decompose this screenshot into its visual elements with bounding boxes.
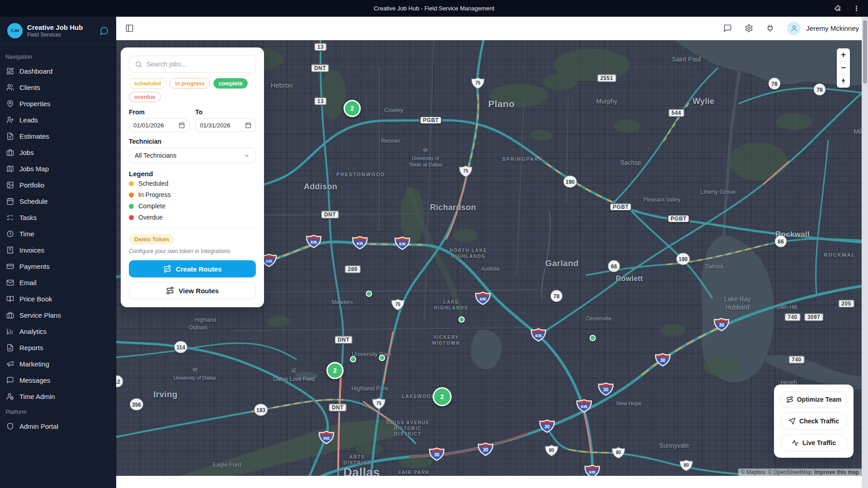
from-date-input[interactable]: 01/01/2026 (129, 118, 189, 132)
route-icon (786, 396, 793, 403)
sidebar-item-label: Invoices (19, 246, 44, 254)
improve-map-link[interactable]: Improve this map (814, 469, 859, 475)
sidebar-item-estimates[interactable]: Estimates (0, 128, 116, 144)
image-icon (6, 181, 14, 189)
legend-label: Complete (138, 202, 165, 210)
to-date-input[interactable]: 01/31/2026 (195, 118, 256, 132)
job-marker-complete[interactable] (590, 335, 596, 341)
job-cluster-marker[interactable]: 2 (326, 362, 344, 379)
zoom-in-button[interactable]: + (837, 48, 850, 61)
shield-icon (6, 422, 14, 430)
brand-subtitle: Field Services (27, 32, 83, 38)
settings-gear-icon[interactable] (745, 24, 753, 33)
sidebar-item-clients[interactable]: Clients (0, 79, 116, 95)
osm-attribution-link[interactable]: © OpenStreetMap (768, 469, 812, 475)
clock-icon (6, 230, 14, 238)
search-input[interactable]: Search jobs... (129, 56, 256, 73)
sidebar-item-reports[interactable]: Reports (0, 339, 116, 356)
mapbox-attribution-link[interactable]: © Mapbox (741, 469, 766, 475)
chip-overdue[interactable]: overdue (129, 92, 161, 102)
live-traffic-button[interactable]: Live Traffic (780, 434, 847, 451)
sidebar-item-time-admin[interactable]: Time Admin (0, 388, 116, 404)
user-clock-icon (6, 393, 14, 400)
integrations-plug-icon[interactable] (766, 24, 774, 33)
job-marker-complete[interactable] (379, 355, 385, 361)
activity-icon (792, 439, 799, 446)
create-routes-button[interactable]: Create Routes (129, 260, 256, 277)
sidebar-item-admin-portal[interactable]: Admin Portal (0, 418, 116, 434)
search-placeholder: Search jobs... (146, 61, 187, 68)
user-avatar[interactable] (787, 22, 801, 35)
file-text-icon (6, 132, 14, 140)
legend-item: Overdue (129, 212, 256, 223)
sidebar: CJH Creative Job Hub Field Services Navi… (0, 17, 116, 488)
sidebar-item-dashboard[interactable]: Dashboard (0, 63, 116, 79)
pitch-toggle-button[interactable]: ▲▼ (837, 75, 850, 88)
sidebar-item-service-plans[interactable]: Service Plans (0, 307, 116, 323)
sidebar-item-tasks[interactable]: Tasks (0, 209, 116, 225)
job-marker-complete[interactable] (350, 356, 356, 362)
browser-menu-kebab-icon[interactable] (853, 5, 860, 12)
job-marker-complete[interactable] (366, 291, 372, 297)
sidebar-item-email[interactable]: Email (0, 274, 116, 291)
book-open-icon (6, 295, 14, 303)
legend-title: Legend (129, 170, 256, 178)
map-pin-icon (6, 100, 14, 108)
credit-card-icon (6, 263, 14, 270)
technician-select[interactable]: All Technicians (129, 148, 256, 163)
panel-divider (129, 228, 256, 229)
file-chart-icon (6, 344, 14, 352)
chip-scheduled[interactable]: scheduled (129, 78, 166, 89)
sidebar-item-label: Jobs (19, 149, 34, 156)
nav-section-label: Navigation (0, 49, 116, 63)
mail-icon (6, 279, 14, 286)
chip-in-progress[interactable]: in progress (170, 78, 210, 89)
calendar-icon[interactable] (245, 122, 251, 128)
sidebar-item-jobs[interactable]: Jobs (0, 144, 116, 160)
sidebar-toggle-icon[interactable] (125, 24, 134, 33)
window-title: Creative Job Hub - Field Service Managem… (374, 5, 495, 12)
list-checks-icon (6, 214, 14, 221)
extensions-puzzle-icon[interactable] (834, 5, 841, 12)
sidebar-item-label: Email (19, 279, 37, 286)
legend-label: Scheduled (138, 180, 168, 187)
sidebar-item-payments[interactable]: Payments (0, 258, 116, 274)
users-icon (6, 84, 14, 91)
chip-complete[interactable]: complete (213, 78, 248, 89)
nav-section-label: Platform (0, 404, 116, 418)
check-traffic-button[interactable]: Check Traffic (780, 413, 847, 430)
job-marker-complete[interactable] (458, 316, 465, 323)
sidebar-item-invoices[interactable]: Invoices (0, 242, 116, 258)
job-cluster-marker[interactable]: 2 (344, 100, 361, 117)
legend-dot (129, 192, 134, 197)
sidebar-item-messages[interactable]: Messages (0, 372, 116, 388)
map-zoom-controls: + − ▲▼ (837, 48, 850, 88)
optimize-team-button[interactable]: Optimize Team (780, 391, 847, 408)
from-label: From (129, 108, 189, 116)
sidebar-item-label: Reports (19, 344, 43, 352)
sidebar-item-label: Schedule (19, 197, 48, 205)
sidebar-item-analytics[interactable]: Analytics (0, 323, 116, 339)
view-routes-button[interactable]: View Routes (129, 282, 256, 299)
map-attribution: © Mapbox © OpenStreetMap Improve this ma… (738, 469, 862, 476)
sidebar-item-leads[interactable]: Leads (0, 112, 116, 128)
map-canvas[interactable]: PlanoWylieAddisonRichardsonGarlandRowlet… (116, 40, 868, 476)
sidebar-item-price-book[interactable]: Price Book (0, 291, 116, 307)
sidebar-item-properties[interactable]: Properties (0, 95, 116, 112)
messages-icon[interactable] (723, 24, 732, 33)
job-cluster-marker[interactable]: 2 (433, 387, 452, 406)
sidebar-item-time[interactable]: Time (0, 225, 116, 242)
user-name[interactable]: Jeremy Mckinney (806, 24, 859, 32)
message-square-icon (6, 376, 14, 384)
legend-dot (129, 204, 134, 209)
page-scrollbar[interactable] (862, 17, 868, 488)
zoom-out-button[interactable]: − (837, 61, 850, 75)
sidebar-item-portfolio[interactable]: Portfolio (0, 177, 116, 193)
sidebar-item-jobs-map[interactable]: Jobs Map (0, 160, 116, 177)
sidebar-item-schedule[interactable]: Schedule (0, 193, 116, 209)
sidebar-item-marketing[interactable]: Marketing (0, 356, 116, 372)
scrollbar-thumb[interactable] (863, 20, 867, 84)
chat-bubble-icon[interactable] (99, 26, 109, 36)
calendar-icon[interactable] (179, 122, 185, 128)
map-icon (6, 165, 14, 173)
